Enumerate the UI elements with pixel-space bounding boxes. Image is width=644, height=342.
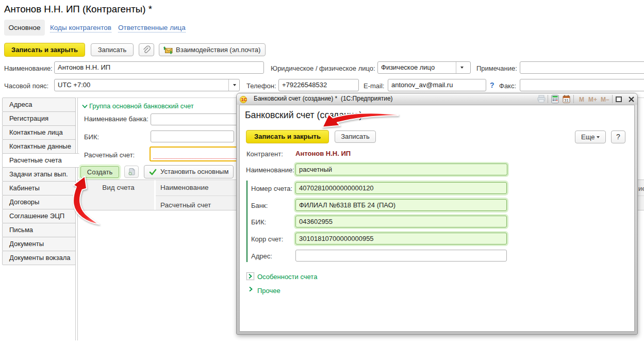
svg-text:31: 31 [564, 98, 569, 103]
